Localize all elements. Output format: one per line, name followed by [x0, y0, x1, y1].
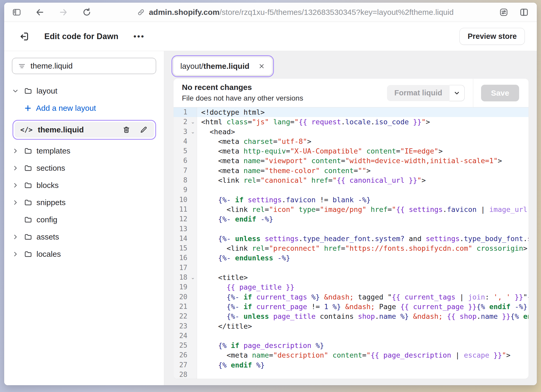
gutter-line-number[interactable]: 20 [174, 292, 197, 302]
code-line[interactable]: 17 [174, 263, 528, 273]
code-line[interactable]: 6 <meta name="viewport" content="width=d… [174, 156, 528, 166]
code-line[interactable]: 26 <meta name="description" content="{{ … [174, 350, 528, 360]
tab-theme-liquid[interactable]: layout/theme.liquid [174, 57, 272, 75]
line-number: 7 [174, 166, 189, 175]
gutter-line-number[interactable]: 24 [174, 331, 197, 341]
split-view-icon[interactable] [519, 7, 529, 17]
code-line[interactable]: 19 {{ page_title }} [174, 282, 528, 292]
code-line[interactable]: 3⌄ <head> [174, 127, 528, 137]
gutter-line-number[interactable]: 10 [174, 195, 197, 205]
file-search-input[interactable]: theme.liquid [12, 58, 156, 74]
chevron-right-icon[interactable] [12, 199, 24, 206]
chevron-right-icon[interactable] [12, 182, 24, 189]
gutter-line-number[interactable]: 1 [174, 107, 197, 117]
gutter-line-number[interactable]: 2⌄ [174, 117, 197, 127]
line-number: 2 [174, 117, 189, 127]
code-line[interactable]: 24 [174, 331, 528, 341]
rename-file-icon[interactable] [139, 126, 148, 134]
gutter-line-number[interactable]: 9 [174, 185, 197, 195]
gutter-line-number[interactable]: 6 [174, 156, 197, 166]
code-line[interactable]: 20 {%- if current_tags %} &ndash; tagged… [174, 292, 528, 302]
gutter-line-number[interactable]: 4 [174, 137, 197, 146]
gutter-line-number[interactable]: 25 [174, 341, 197, 350]
url-bar[interactable]: admin.shopify.com/store/rzq1xu-f5/themes… [92, 8, 499, 17]
code-line[interactable]: 22 {%- unless page_title contains shop.n… [174, 311, 528, 321]
more-menu-button[interactable]: ••• [133, 32, 145, 41]
add-new-layout-button[interactable]: Add a new layout [12, 103, 156, 114]
gutter-line-number[interactable]: 16 [174, 253, 197, 263]
code-line[interactable]: 11 <link rel="icon" type="image/png" hre… [174, 205, 528, 214]
chevron-right-icon[interactable] [12, 148, 24, 154]
save-button[interactable]: Save [481, 85, 519, 101]
sidebar-item-blocks[interactable]: blocks [12, 180, 156, 191]
gutter-line-number[interactable]: 26 [174, 350, 197, 360]
url-path: /store/rzq1xu-f5/themes/132683530345?key… [220, 8, 454, 16]
delete-file-icon[interactable] [122, 126, 131, 134]
exit-icon[interactable] [19, 31, 30, 42]
gutter-line-number[interactable]: 17 [174, 263, 197, 273]
gutter-line-number[interactable]: 18⌄ [174, 273, 197, 282]
code-line[interactable]: 1<!doctype html> [174, 107, 528, 117]
code-line[interactable]: 10 {%- if settings.favicon != blank -%} [174, 195, 528, 205]
sidebar-item-layout[interactable]: layout [12, 85, 156, 96]
plus-icon [24, 104, 32, 112]
sidebar-item-assets[interactable]: assets [12, 231, 156, 242]
code-line-text: {%- if settings.favicon != blank -%} [197, 195, 528, 205]
gutter-line-number[interactable]: 7 [174, 166, 197, 175]
reload-icon[interactable] [82, 7, 92, 17]
code-line[interactable]: 14 {%- unless settings.type_header_font.… [174, 234, 528, 243]
forward-icon[interactable] [58, 7, 68, 17]
code-line[interactable]: 28 [174, 370, 528, 379]
code-line[interactable]: 13 [174, 224, 528, 234]
gutter-line-number[interactable]: 21 [174, 302, 197, 311]
code-line[interactable]: 25 {% if page_description %} [174, 341, 528, 350]
sidebar-toggle-icon[interactable] [12, 8, 21, 17]
tab-close-icon[interactable] [258, 63, 265, 70]
gutter-line-number[interactable]: 15 [174, 243, 197, 253]
gutter-line-number[interactable]: 22 [174, 311, 197, 321]
code-line[interactable]: 5 <meta http-equiv="X-UA-Compatible" con… [174, 146, 528, 156]
code-line[interactable]: 18⌄ <title> [174, 273, 528, 282]
gutter-line-number[interactable]: 28 [174, 370, 197, 379]
code-line[interactable]: 12 {%- endif -%} [174, 214, 528, 224]
fold-toggle-icon[interactable]: ⌄ [189, 117, 197, 127]
code-line[interactable]: 27 {% endif %} [174, 360, 528, 370]
code-line[interactable]: 23 </title> [174, 321, 528, 331]
preview-store-button[interactable]: Preview store [459, 28, 525, 45]
gutter-line-number[interactable]: 19 [174, 282, 197, 292]
format-liquid-caret-button[interactable] [450, 85, 465, 101]
gutter-line-number[interactable]: 13 [174, 224, 197, 234]
fold-toggle-icon[interactable]: ⌄ [189, 127, 197, 137]
code-line[interactable]: 16 {%- endunless -%} [174, 253, 528, 263]
code-line[interactable]: 15 <link rel="preconnect" href="https://… [174, 243, 528, 253]
format-liquid-button[interactable]: Format liquid [387, 85, 450, 101]
sidebar-item-templates[interactable]: templates [12, 145, 156, 156]
gutter-line-number[interactable]: 8 [174, 175, 197, 185]
sidebar-item-locales[interactable]: locales [12, 249, 156, 260]
sidebar-item-sections[interactable]: sections [12, 163, 156, 174]
gutter-line-number[interactable]: 5 [174, 146, 197, 156]
sidebar-item-theme-liquid[interactable]: </>theme.liquid [15, 122, 154, 138]
fold-toggle-icon[interactable]: ⌄ [189, 273, 197, 282]
gutter-line-number[interactable]: 12 [174, 214, 197, 224]
gutter-line-number[interactable]: 14 [174, 234, 197, 243]
code-line[interactable]: 2⌄<html class="js" lang="{{ request.loca… [174, 117, 528, 127]
gutter-line-number[interactable]: 23 [174, 321, 197, 331]
chevron-right-icon[interactable] [12, 251, 24, 258]
chevron-down-icon[interactable] [12, 88, 24, 94]
sidebar-item-config[interactable]: config [12, 214, 156, 225]
page-settings-icon[interactable] [499, 7, 509, 17]
back-icon[interactable] [35, 7, 45, 17]
code-line[interactable]: 8 <link rel="canonical" href="{{ canonic… [174, 175, 528, 185]
code-editor[interactable]: 1<!doctype html>2⌄<html class="js" lang=… [174, 107, 528, 379]
sidebar-item-snippets[interactable]: snippets [12, 197, 156, 208]
gutter-line-number[interactable]: 3⌄ [174, 127, 197, 137]
gutter-line-number[interactable]: 11 [174, 205, 197, 214]
code-line[interactable]: 7 <meta name="theme-color" content=""> [174, 166, 528, 175]
chevron-right-icon[interactable] [12, 234, 24, 240]
code-line[interactable]: 21 {%- if current_page != 1 %} &ndash; P… [174, 302, 528, 311]
code-line[interactable]: 9 [174, 185, 528, 195]
gutter-line-number[interactable]: 27 [174, 360, 197, 370]
chevron-right-icon[interactable] [12, 165, 24, 172]
code-line[interactable]: 4 <meta charset="utf-8"> [174, 137, 528, 146]
